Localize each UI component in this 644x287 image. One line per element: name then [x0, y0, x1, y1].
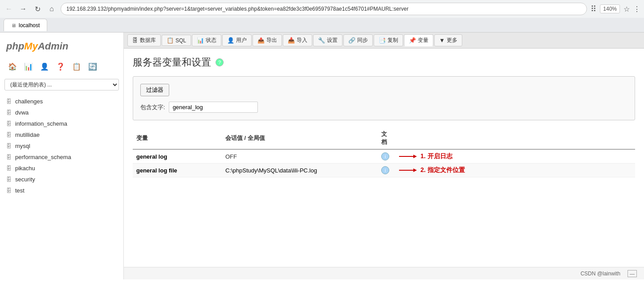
logo-admin: Admin [38, 41, 68, 52]
content-area: 🗄 数据库 📋 SQL 📊 状态 👤 用户 📤 导出 📥 导入 [124, 33, 644, 279]
db-item-mutillidae[interactable]: 🗄 mutillidae [0, 129, 123, 140]
annotation-row-2: 2. 指定文件位置 [399, 166, 632, 174]
database-tab-icon: 🗄 [132, 37, 138, 44]
doc-button-general-log[interactable]: i [381, 152, 389, 160]
db-item-dvwa[interactable]: 🗄 dvwa [0, 107, 123, 118]
logo-my: My [24, 41, 38, 52]
tab-variables[interactable]: 📌 变量 [404, 34, 433, 46]
sidebar-refresh-button[interactable]: 🔄 [86, 60, 99, 73]
collapse-icon[interactable]: — [628, 270, 637, 277]
col-header-doc: 文档 [378, 127, 395, 149]
menu-icon[interactable]: ⋮ [633, 5, 640, 13]
db-name: information_schema [15, 120, 67, 127]
variables-table: 变量 会话值 / 全局值 文档 general log OFF i [133, 127, 635, 177]
import-tab-icon: 📥 [288, 37, 295, 44]
value-text: OFF [225, 153, 237, 160]
filter-button[interactable]: 过滤器 [140, 84, 169, 96]
more-tab-icon: ▼ [439, 37, 445, 44]
address-bar[interactable] [61, 3, 587, 15]
database-list: 🗄 challenges 🗄 dvwa 🗄 information_schema… [0, 96, 123, 196]
db-name: mutillidae [15, 131, 40, 138]
page-title: 服务器变量和设置 [133, 56, 211, 69]
var-name-general-log: general log [133, 149, 222, 164]
db-item-test[interactable]: 🗄 test [0, 185, 123, 196]
annotation-text-2: 2. 指定文件位置 [420, 166, 465, 174]
reload-button[interactable]: ↻ [32, 4, 43, 14]
browser-tab[interactable]: 🖥 localhost [4, 19, 47, 31]
db-item-pikachu[interactable]: 🗄 pikachu [0, 163, 123, 174]
doc-cell-general-log: i [378, 149, 395, 164]
table-row: general log file C:\phpStudy\MySQL\data\… [133, 164, 635, 177]
logo-php: php [6, 41, 24, 52]
doc-button-general-log-file[interactable]: i [381, 166, 389, 174]
db-icon: 🗄 [6, 188, 12, 194]
tab-replication[interactable]: 📑 复制 [374, 34, 403, 46]
tab-import[interactable]: 📥 导入 [283, 34, 312, 46]
tab-sql[interactable]: 📋 SQL [162, 35, 191, 46]
recent-tables-select[interactable]: (最近使用的表) ... [4, 79, 119, 90]
sidebar-logo: phpMyAdmin [0, 37, 123, 57]
tab-export[interactable]: 📤 导出 [253, 34, 282, 46]
browser-tab-bar: 🖥 localhost [0, 18, 644, 32]
db-name: performance_schema [15, 154, 71, 160]
sync-tab-icon: 🔗 [348, 37, 355, 44]
db-item-security[interactable]: 🗄 security [0, 174, 123, 185]
sidebar-user-button[interactable]: 👤 [38, 60, 51, 73]
db-name: challenges [15, 98, 43, 105]
forward-button[interactable]: → [18, 4, 29, 14]
sidebar-copy-button[interactable]: 📋 [70, 60, 83, 73]
tab-users[interactable]: 👤 用户 [222, 34, 252, 46]
table-row: general log OFF i [133, 149, 635, 164]
sidebar-icon-bar: 🏠 📊 👤 ❓ 📋 🔄 [0, 57, 123, 77]
db-name: mysql [15, 143, 30, 149]
db-icon: 🗄 [6, 98, 12, 105]
tab-status-label: 状态 [206, 37, 216, 44]
tab-more[interactable]: ▼ 更多 [434, 34, 462, 46]
browser-chrome: ← → ↻ ⌂ ⠿ 140% ☆ ⋮ 🖥 localhost [0, 0, 644, 33]
db-icon: 🗄 [6, 154, 12, 160]
sidebar-help-button[interactable]: ❓ [54, 60, 67, 73]
tab-more-label: 更多 [447, 37, 457, 44]
main-layout: phpMyAdmin 🏠 📊 👤 ❓ 📋 🔄 (最近使用的表) ... 🗄 ch… [0, 33, 644, 279]
tab-label: localhost [19, 22, 40, 29]
page-help-icon[interactable]: ? [216, 58, 224, 66]
arrow-icon-1 [399, 152, 417, 160]
db-name: pikachu [15, 165, 35, 172]
filter-row: 包含文字: [140, 102, 628, 113]
page-content: 服务器变量和设置 ? 过滤器 包含文字: 变量 会话值 / 全局值 文档 [124, 49, 644, 267]
db-item-performance-schema[interactable]: 🗄 performance_schema [0, 152, 123, 163]
col-header-var: 变量 [133, 127, 222, 149]
tab-status[interactable]: 📊 状态 [192, 34, 221, 46]
tab-export-label: 导出 [266, 37, 277, 44]
annotation-cell-2: 2. 指定文件位置 [395, 164, 635, 177]
tab-variables-label: 变量 [418, 37, 428, 44]
svg-marker-1 [413, 155, 417, 158]
sidebar-home-button[interactable]: 🏠 [6, 60, 19, 73]
tab-settings[interactable]: 🔧 设置 [313, 34, 342, 46]
tab-database[interactable]: 🗄 数据库 [127, 34, 161, 46]
filter-input[interactable] [169, 102, 258, 113]
users-tab-icon: 👤 [227, 37, 234, 44]
db-item-challenges[interactable]: 🗄 challenges [0, 96, 123, 107]
tab-settings-label: 设置 [327, 37, 338, 44]
sidebar-db-button[interactable]: 📊 [22, 60, 35, 73]
value-text: C:\phpStudy\MySQL\data\lili-PC.log [225, 167, 317, 174]
settings-tab-icon: 🔧 [318, 37, 325, 44]
watermark: CSDN @lainwith [580, 271, 620, 277]
home-button[interactable]: ⌂ [46, 4, 57, 14]
tab-sql-label: SQL [175, 37, 186, 44]
tab-sync[interactable]: 🔗 同步 [343, 34, 373, 46]
qr-icon: ⠿ [591, 4, 596, 14]
db-item-mysql[interactable]: 🗄 mysql [0, 140, 123, 152]
tab-icon: 🖥 [11, 23, 16, 28]
annotation-text-1: 1. 开启日志 [420, 152, 452, 160]
replication-tab-icon: 📑 [379, 37, 386, 44]
back-button[interactable]: ← [4, 4, 14, 14]
db-name: dvwa [15, 109, 29, 116]
bookmark-icon[interactable]: ☆ [624, 5, 630, 13]
db-icon: 🗄 [6, 110, 12, 116]
variables-tab-icon: 📌 [409, 37, 416, 44]
page-title-row: 服务器变量和设置 ? [133, 56, 635, 69]
db-item-information-schema[interactable]: 🗄 information_schema [0, 118, 123, 129]
db-icon: 🗄 [6, 165, 12, 172]
